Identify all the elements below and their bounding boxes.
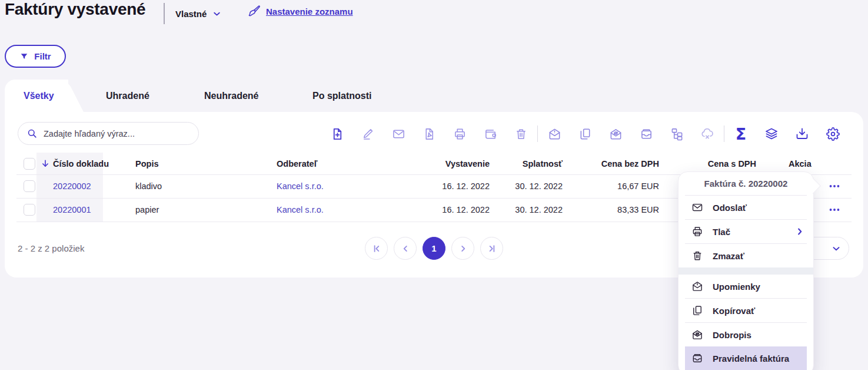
menu-item-zmazat[interactable]: Zmazať <box>679 244 813 267</box>
price-net-cell: 16,67 EUR <box>571 174 659 198</box>
tab-uhradene[interactable]: Uhradené <box>106 80 149 112</box>
customer-link[interactable]: Kancel s.r.o. <box>277 174 324 198</box>
credit-note-button[interactable] <box>600 122 631 146</box>
search-input[interactable] <box>44 129 190 138</box>
first-page-button[interactable] <box>365 237 388 260</box>
trash-icon <box>514 127 528 141</box>
customer-link[interactable]: Kancel s.r.o. <box>277 198 324 222</box>
layers-icon <box>764 127 779 141</box>
menu-item-upomienky[interactable]: Upomienky <box>679 275 813 298</box>
envelope-icon <box>691 201 703 213</box>
row-actions-button[interactable] <box>826 198 843 222</box>
envelope-refresh-icon <box>691 329 703 341</box>
column-header-vystavenie[interactable]: Vystavenie <box>412 153 490 174</box>
download-tray-icon <box>795 127 809 141</box>
page-title: Faktúry vystavené <box>5 0 145 19</box>
filter-button-label: Filtr <box>34 51 51 61</box>
tab-bar: Všetky Uhradené Neuhradené Po splatnosti <box>0 80 868 112</box>
send-email-button[interactable] <box>383 122 414 146</box>
due-date-cell: 30. 12. 2022 <box>485 198 563 222</box>
hierarchy-button[interactable] <box>661 122 692 146</box>
copy-icon <box>578 127 592 141</box>
envelope-alert-icon <box>691 280 703 292</box>
printer-icon <box>691 226 703 237</box>
menu-item-kopirovat[interactable]: Kopírovať <box>679 299 813 322</box>
menu-item-label: Pravidelná faktúra <box>713 354 789 364</box>
list-settings-link[interactable]: Nastavenie zoznamu <box>266 6 353 16</box>
tree-icon <box>670 127 684 141</box>
column-header-odberatel[interactable]: Odberateľ <box>277 153 317 174</box>
envelope-icon <box>392 127 405 141</box>
menu-item-label: Kopírovať <box>713 306 755 316</box>
invoice-number-link[interactable]: 20220002 <box>53 174 91 198</box>
column-header-cena-bez-dph[interactable]: Cena bez DPH <box>571 153 659 174</box>
last-page-button[interactable] <box>480 237 503 260</box>
chevron-down-icon <box>831 243 842 254</box>
column-header-splatnost[interactable]: Splatnosť <box>485 153 563 174</box>
menu-item-dobropis[interactable]: Dobropis <box>679 323 813 346</box>
download-button[interactable] <box>787 122 817 146</box>
wallet-icon <box>484 127 497 141</box>
new-document-button[interactable] <box>322 122 352 146</box>
payment-button[interactable] <box>475 122 505 146</box>
menu-item-label: Odoslať <box>713 203 747 213</box>
description-cell: kladivo <box>135 174 162 198</box>
pdf-export-button[interactable] <box>414 122 444 146</box>
new-document-icon <box>331 127 344 141</box>
toolbar-divider <box>537 125 538 142</box>
price-net-cell: 83,33 EUR <box>571 198 659 222</box>
envelope-alert-icon <box>548 127 561 141</box>
regular-invoice-button[interactable] <box>631 122 661 146</box>
menu-item-pravidelna-faktura[interactable]: Pravidelná faktúra <box>685 346 807 370</box>
pencil-icon <box>361 127 375 141</box>
invoice-number-link[interactable]: 20220001 <box>53 198 91 222</box>
toolbar: Σ <box>322 122 848 146</box>
row-checkbox[interactable] <box>24 204 35 216</box>
delete-button[interactable] <box>505 122 536 146</box>
row-actions-button[interactable] <box>826 174 843 198</box>
pagination: 1 <box>365 237 503 260</box>
menu-item-tlac[interactable]: Tlač <box>679 220 813 243</box>
context-menu-title: Faktúra č. 20220002 <box>679 172 813 195</box>
search-icon <box>26 128 38 139</box>
filter-button[interactable]: Filtr <box>5 45 66 68</box>
column-header-popis[interactable]: Popis <box>135 153 158 174</box>
sum-button[interactable]: Σ <box>726 122 756 146</box>
funnel-icon <box>19 52 29 61</box>
edit-button[interactable] <box>352 122 383 146</box>
print-button[interactable] <box>444 122 475 146</box>
menu-item-label: Zmazať <box>713 251 744 261</box>
due-date-cell: 30. 12. 2022 <box>485 174 563 198</box>
menu-section-separator <box>679 267 813 275</box>
sigma-icon: Σ <box>736 126 746 142</box>
copy-button[interactable] <box>570 122 600 146</box>
current-page-button[interactable]: 1 <box>423 237 445 260</box>
menu-item-odoslat[interactable]: Odoslať <box>679 196 813 219</box>
layers-button[interactable] <box>756 122 787 146</box>
select-all-checkbox[interactable] <box>24 158 35 170</box>
view-selector-dropdown[interactable]: Vlastné <box>175 6 222 21</box>
tab-neuhradene[interactable]: Neuhradené <box>204 80 258 112</box>
brush-icon <box>247 5 261 18</box>
reminder-button[interactable] <box>539 122 570 146</box>
pdf-icon <box>423 127 436 141</box>
header-divider <box>164 3 165 24</box>
menu-item-label: Tlač <box>713 227 730 237</box>
items-count-summary: 2 - 2 z 2 položiek <box>18 243 84 253</box>
toolbar-divider <box>724 125 724 142</box>
tab-vsetky[interactable]: Všetky <box>24 80 54 112</box>
row-checkbox[interactable] <box>24 180 35 192</box>
next-page-button[interactable] <box>451 237 474 260</box>
archive-icon <box>691 352 703 364</box>
chevron-down-icon <box>212 9 222 19</box>
issued-date-cell: 16. 12. 2022 <box>412 174 490 198</box>
previous-page-button[interactable] <box>394 237 417 260</box>
cloud-remove-button[interactable] <box>692 122 723 146</box>
settings-button[interactable] <box>817 122 848 146</box>
sort-descending-icon[interactable] <box>40 153 51 174</box>
column-header-cislo-dokladu[interactable]: Číslo dokladu <box>53 153 109 174</box>
copy-icon <box>691 305 703 316</box>
gear-icon <box>826 127 840 141</box>
menu-item-label: Dobropis <box>713 330 751 340</box>
tab-po-splatnosti[interactable]: Po splatnosti <box>312 80 371 112</box>
